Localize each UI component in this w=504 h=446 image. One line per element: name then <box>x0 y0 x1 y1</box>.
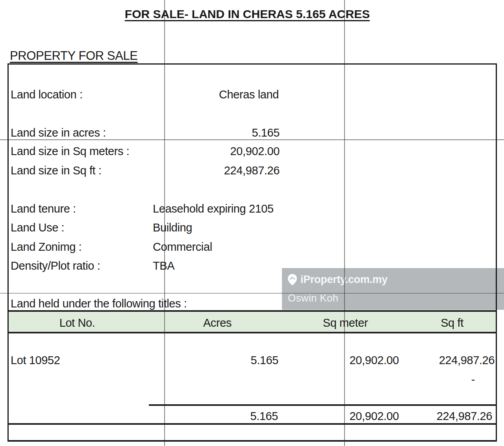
table-cell-lot-no: Lot 10952 <box>11 353 60 367</box>
subtotal-rule <box>149 404 497 406</box>
detail-value-land-use: Building <box>153 220 192 235</box>
titles-table-heading: Land held under the following titles : <box>11 296 187 311</box>
detail-label-land-tenure: Land tenure : <box>11 202 76 216</box>
box-border-bottom <box>7 440 497 442</box>
detail-label-land-size-acres: Land size in acres : <box>11 126 106 140</box>
detail-value-land-size-acres: 5.165 <box>164 126 280 140</box>
box-border-top <box>7 63 497 65</box>
detail-label-land-location: Land location : <box>11 87 83 102</box>
detail-label-land-size-sqft: Land size in Sq ft : <box>11 163 102 178</box>
detail-value-land-zoning: Commercial <box>153 240 212 254</box>
box-border-right <box>496 63 497 442</box>
column-header-lot-no: Lot No. <box>59 316 95 330</box>
column-header-sq-meter: Sq meter <box>323 316 368 330</box>
table-cell-sq-meter: 20,902.00 <box>311 353 399 367</box>
detail-label-density-plot-ratio: Density/Plot ratio : <box>11 259 100 273</box>
detail-value-land-size-sqm: 20,902.00 <box>164 144 280 158</box>
gridline-horizontal-2 <box>0 293 504 294</box>
total-rule <box>7 423 497 425</box>
column-header-sq-ft: Sq ft <box>441 316 463 330</box>
watermark-box: iProperty.com.my Oswin Koh <box>282 268 504 310</box>
total-cell-sq-meter: 20,902.00 <box>311 409 399 423</box>
watermark-agent-name: Oswin Koh <box>288 292 338 304</box>
detail-value-land-size-sqft: 224,987.26 <box>164 163 280 178</box>
detail-label-land-size-sqm: Land size in Sq meters : <box>11 144 130 158</box>
table-cell-sq-ft-dash: - <box>433 372 475 387</box>
page-title: FOR SALE- LAND IN CHERAS 5.165 ACRES <box>0 7 495 21</box>
table-cell-sq-ft: 224,987.26 <box>402 353 495 367</box>
detail-label-land-use: Land Use : <box>11 220 64 235</box>
box-border-left <box>7 63 9 442</box>
map-pin-icon <box>287 274 297 286</box>
detail-value-land-tenure: Leasehold expiring 2105 <box>153 202 274 216</box>
column-header-acres: Acres <box>203 316 232 330</box>
property-sale-sheet: iProperty.com.my Oswin Koh FOR SALE- LAN… <box>0 0 504 446</box>
detail-label-land-zoning: Land Zonimg : <box>11 240 82 254</box>
total-cell-sq-ft: 224,987.26 <box>402 409 492 423</box>
gridline-vertical-2 <box>344 0 345 446</box>
table-header-border-bottom <box>7 332 497 333</box>
detail-value-land-location: Cheras land <box>164 87 334 102</box>
detail-value-density-plot-ratio: TBA <box>153 259 174 273</box>
watermark-brand: iProperty.com.my <box>287 274 387 286</box>
total-cell-acres: 5.165 <box>189 409 278 423</box>
section-heading: PROPERTY FOR SALE <box>10 49 138 63</box>
table-cell-acres: 5.165 <box>189 353 278 367</box>
